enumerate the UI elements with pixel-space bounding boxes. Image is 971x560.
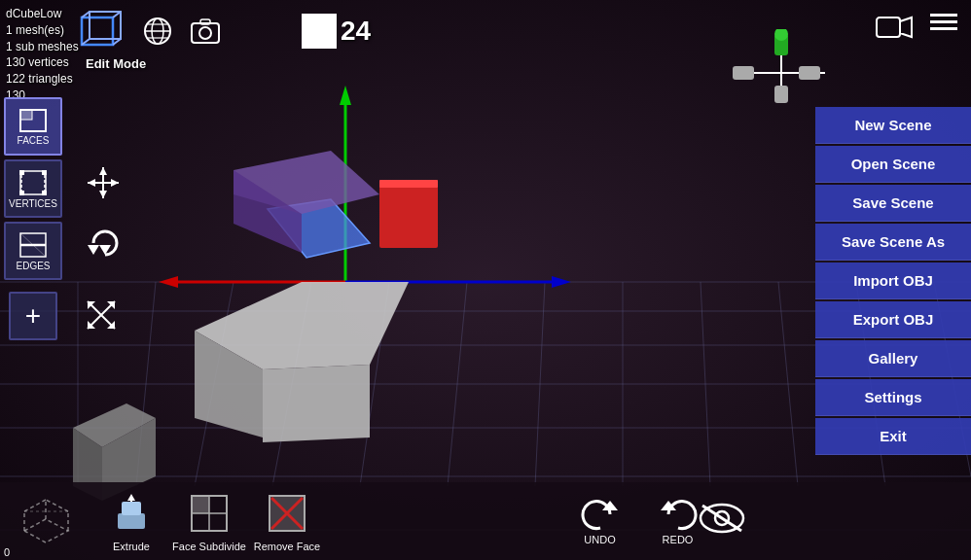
face-subdivide-icon (186, 490, 233, 537)
svg-rect-63 (42, 170, 47, 175)
menu-item-export-obj[interactable]: Export OBJ (815, 301, 971, 338)
svg-rect-62 (19, 170, 24, 175)
ham-line-2 (930, 20, 957, 23)
scale-icon[interactable] (83, 297, 120, 340)
undo-label: UNDO (584, 534, 615, 545)
coords-value: 0 (4, 546, 10, 558)
face-subdivide-label: Face Subdivide (172, 541, 246, 552)
redo-button[interactable]: REDO (659, 497, 698, 545)
triangles-count: 122 triangles (6, 71, 79, 88)
menu-item-settings[interactable]: Settings (815, 379, 971, 416)
right-menu: New SceneOpen SceneSave SceneSave Scene … (815, 107, 971, 455)
svg-marker-95 (127, 494, 135, 501)
svg-rect-92 (118, 513, 145, 529)
navigation-arrows[interactable] (86, 165, 121, 207)
edges-button[interactable]: EDGES (4, 222, 62, 280)
sub-meshes: 1 sub meshes (6, 39, 79, 55)
svg-marker-73 (99, 167, 107, 175)
cube-thumbnail (19, 492, 73, 550)
left-sidebar: FACES VERTICES EDGES + (0, 97, 66, 340)
undo-button[interactable]: UNDO (581, 497, 620, 545)
cube-icon[interactable] (78, 8, 125, 60)
svg-marker-58 (900, 18, 912, 37)
frame-number: 24 (341, 16, 371, 47)
menu-item-gallery[interactable]: Gallery (815, 340, 971, 377)
svg-rect-99 (192, 496, 209, 513)
bottom-toolbar: Extrude Face Subdivide Remove Face (0, 482, 971, 560)
undo-redo-section: UNDO REDO (326, 497, 952, 545)
svg-marker-75 (88, 179, 95, 187)
svg-point-55 (199, 27, 211, 39)
top-toolbar (78, 8, 220, 60)
svg-rect-56 (200, 19, 210, 24)
ham-line-1 (930, 14, 957, 17)
edit-mode-label: Edit Mode (86, 56, 146, 71)
faces-label: FACES (18, 135, 50, 146)
svg-rect-41 (799, 66, 820, 80)
menu-item-exit[interactable]: Exit (815, 418, 971, 455)
object-name: dCubeLow (6, 6, 79, 22)
remove-face-icon (264, 490, 310, 537)
svg-marker-85 (24, 519, 68, 542)
screenshot-icon[interactable] (191, 18, 220, 51)
svg-marker-29 (263, 365, 370, 442)
edges-label: EDGES (16, 261, 50, 271)
svg-marker-74 (99, 191, 107, 198)
svg-marker-76 (111, 179, 119, 187)
svg-marker-77 (88, 245, 99, 255)
vertices-button[interactable]: VERTICES (4, 159, 62, 218)
frame-box (302, 14, 337, 49)
svg-rect-42 (774, 86, 788, 103)
remove-face-tool[interactable]: Remove Face (248, 490, 326, 552)
menu-item-open-scene[interactable]: Open Scene (815, 146, 971, 183)
svg-rect-25 (379, 180, 438, 248)
vertices-label: VERTICES (9, 198, 57, 209)
hide-object-button[interactable] (697, 500, 747, 541)
svg-rect-57 (877, 18, 900, 37)
add-object-button[interactable]: + (9, 292, 57, 340)
svg-marker-24 (552, 276, 571, 288)
rotate-icon[interactable] (86, 224, 125, 271)
svg-marker-20 (340, 86, 351, 105)
coordinates-display: 0 (0, 544, 14, 560)
svg-rect-26 (379, 180, 438, 188)
svg-line-107 (702, 506, 741, 531)
vertices-count: 130 vertices (6, 54, 79, 71)
menu-item-save-scene[interactable]: Save Scene (815, 185, 971, 222)
menu-item-import-obj[interactable]: Import OBJ (815, 262, 971, 299)
svg-marker-22 (159, 276, 178, 288)
faces-button[interactable]: FACES (4, 97, 62, 156)
svg-rect-60 (20, 110, 32, 120)
menu-item-save-scene-as[interactable]: Save Scene As (815, 224, 971, 261)
svg-line-88 (24, 500, 46, 511)
frame-counter: 24 (302, 14, 371, 49)
info-panel: dCubeLow 1 mesh(es) 1 sub meshes 130 ver… (6, 6, 79, 104)
svg-rect-40 (733, 66, 754, 80)
mesh-count: 1 mesh(es) (6, 22, 79, 39)
ham-line-3 (930, 27, 957, 30)
svg-rect-64 (19, 191, 24, 195)
svg-line-90 (46, 500, 68, 511)
plus-icon: + (25, 300, 41, 332)
face-subdivide-tool[interactable]: Face Subdivide (170, 490, 248, 552)
remove-face-label: Remove Face (254, 541, 320, 552)
camera-icon[interactable] (876, 14, 913, 47)
menu-item-new-scene[interactable]: New Scene (815, 107, 971, 144)
extrude-label: Extrude (113, 541, 150, 552)
svg-rect-93 (122, 502, 141, 515)
svg-rect-65 (42, 191, 47, 195)
extrude-tool[interactable]: Extrude (92, 490, 170, 552)
hamburger-menu[interactable] (924, 8, 963, 36)
extrude-icon (108, 490, 155, 537)
redo-label: REDO (663, 534, 694, 545)
globe-icon[interactable] (142, 16, 173, 52)
